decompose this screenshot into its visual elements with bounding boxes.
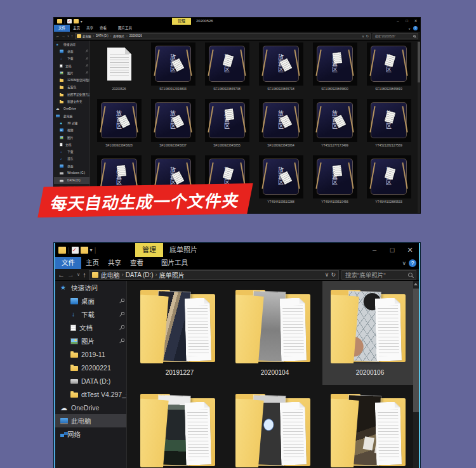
file-item[interactable]: 放置区YT4544109510288 bbox=[254, 155, 308, 212]
folder-item[interactable] bbox=[227, 385, 322, 468]
sidebar-item[interactable]: OneDrive bbox=[54, 105, 89, 112]
ribbon-tab[interactable]: 图片工具 bbox=[115, 25, 135, 32]
file-item[interactable]: 放置区SF1080923845828 bbox=[92, 99, 146, 155]
sidebar-item[interactable]: 下载 bbox=[54, 148, 89, 155]
file-item[interactable]: 放置区SF1080923845864 bbox=[254, 99, 308, 155]
forward-button[interactable]: → bbox=[67, 271, 74, 278]
breadcrumb-segment[interactable]: DATA (D:) bbox=[126, 271, 154, 278]
file-item[interactable]: 放置区SF1080923845855 bbox=[200, 99, 254, 155]
sidebar-item[interactable]: 快速访问 bbox=[55, 281, 126, 294]
photo-check-icon[interactable] bbox=[67, 19, 72, 23]
sidebar-item[interactable]: 此电脑 bbox=[54, 112, 89, 119]
maximize-button[interactable]: □ bbox=[383, 243, 401, 257]
sidebar-item[interactable]: 拍照不足处理方法 bbox=[54, 91, 89, 98]
folder-icon[interactable] bbox=[58, 247, 66, 254]
folder-item[interactable]: 20200106 bbox=[322, 281, 418, 385]
manage-contextual-tab[interactable]: 管理 bbox=[172, 18, 191, 25]
minimize-button[interactable]: – bbox=[393, 18, 402, 25]
sidebar-item[interactable]: 快速访问 bbox=[54, 41, 89, 48]
sidebar-item[interactable]: 3D 对象 bbox=[54, 119, 89, 126]
chevron-down-icon[interactable]: ▾ bbox=[90, 247, 93, 253]
sidebar-item[interactable]: 文档 bbox=[54, 62, 89, 69]
ribbon-tab[interactable]: 文件 bbox=[54, 25, 70, 32]
recent-locations-icon[interactable]: ∨ bbox=[77, 272, 80, 277]
forward-button[interactable]: → bbox=[62, 34, 65, 38]
sidebar-item[interactable]: 2019-11 bbox=[55, 348, 126, 361]
folder-item[interactable] bbox=[322, 385, 418, 468]
file-item[interactable]: 放置区SF1080923845837 bbox=[146, 99, 200, 155]
sidebar-item[interactable]: 文档 bbox=[54, 141, 89, 148]
recent-locations-icon[interactable]: ∨ bbox=[67, 34, 69, 37]
breadcrumb[interactable]: 此电脑›DATA (D:)›底单照片›20200526 ∨ ↻ bbox=[75, 33, 371, 39]
scrollbar[interactable] bbox=[418, 41, 420, 213]
scroll-up-icon[interactable] bbox=[414, 283, 418, 285]
ribbon-tab[interactable]: 文件 bbox=[55, 257, 81, 269]
folder-icon[interactable] bbox=[81, 247, 88, 254]
ribbon-tab[interactable]: 共享 bbox=[103, 257, 126, 269]
minimize-button[interactable]: – bbox=[366, 243, 383, 257]
sidebar-item[interactable]: 视频 bbox=[54, 127, 89, 134]
sidebar-item[interactable]: 文档 bbox=[55, 321, 126, 334]
back-button[interactable]: ← bbox=[58, 271, 65, 278]
sidebar-item[interactable]: 桌面 bbox=[54, 162, 89, 169]
file-item[interactable]: 放置区SF1080923845800 bbox=[308, 42, 362, 99]
folder-item[interactable]: 20200104 bbox=[227, 281, 322, 385]
refresh-icon[interactable]: ↻ bbox=[366, 34, 369, 38]
sidebar-item[interactable]: 图片 bbox=[55, 334, 126, 348]
breadcrumb[interactable]: 此电脑›DATA (D:)›底单照片 ∨ ↻ bbox=[89, 270, 339, 280]
folder-item[interactable] bbox=[132, 385, 227, 468]
maximize-button[interactable]: □ bbox=[402, 18, 411, 25]
ribbon-tab[interactable]: 查看 bbox=[126, 257, 148, 269]
folder-item[interactable]: 20191227 bbox=[132, 281, 227, 385]
sidebar-item[interactable]: 下载 bbox=[55, 308, 126, 321]
sidebar-item[interactable]: 图片 bbox=[54, 134, 89, 141]
breadcrumb-segment[interactable]: 底单照片 bbox=[113, 34, 124, 38]
ribbon-tab[interactable]: 查看 bbox=[96, 25, 110, 32]
ribbon-tab[interactable]: 主页 bbox=[81, 257, 103, 269]
scrollbar-thumb[interactable] bbox=[413, 289, 419, 412]
refresh-icon[interactable]: ↻ bbox=[331, 271, 336, 278]
breadcrumb-segment[interactable]: 此电脑 bbox=[83, 34, 91, 38]
up-button[interactable]: ↑ bbox=[83, 271, 86, 278]
ribbon-collapse-icon[interactable]: ∨ bbox=[408, 27, 411, 30]
search-input[interactable]: 搜索"20200526" bbox=[373, 33, 418, 39]
manage-contextual-tab[interactable]: 管理 bbox=[135, 243, 163, 257]
sidebar-item[interactable]: 音乐 bbox=[54, 155, 89, 162]
breadcrumb-segment[interactable]: 底单照片 bbox=[159, 270, 185, 280]
sidebar-item[interactable]: OneDrive bbox=[55, 401, 126, 414]
file-item[interactable]: 放置区SF1080912393833 bbox=[146, 42, 200, 99]
help-icon[interactable]: ? bbox=[413, 26, 418, 30]
sidebar-item[interactable]: dtTest V4.297_无... bbox=[55, 387, 126, 401]
help-icon[interactable]: ? bbox=[409, 259, 416, 267]
file-item[interactable]: 放置区YT4521277173499 bbox=[308, 99, 362, 155]
folder-icon[interactable] bbox=[57, 19, 62, 23]
sidebar-item[interactable]: 1230M新空间程序 bbox=[54, 76, 89, 83]
file-item[interactable]: 放置区YT4544102889533 bbox=[362, 155, 416, 212]
ribbon-tab[interactable]: 共享 bbox=[83, 25, 96, 32]
file-item[interactable]: 放置区YT4544109510456 bbox=[308, 155, 362, 212]
sidebar-item[interactable]: 桌面 bbox=[54, 48, 89, 55]
up-button[interactable]: ↑ bbox=[71, 34, 73, 38]
file-item[interactable]: 放置区SF1080923845718 bbox=[254, 42, 308, 99]
photo-check-icon[interactable] bbox=[72, 247, 79, 254]
close-button[interactable]: ✕ bbox=[411, 18, 420, 25]
sidebar-item[interactable]: 图片 bbox=[54, 69, 89, 76]
sidebar-item[interactable]: Windows (C:) bbox=[54, 169, 89, 176]
sidebar-item[interactable]: 下载 bbox=[54, 55, 89, 62]
sidebar-item[interactable]: 20200221 bbox=[55, 361, 126, 374]
close-button[interactable]: ✕ bbox=[401, 243, 419, 257]
ribbon-tab[interactable]: 主页 bbox=[70, 25, 83, 32]
breadcrumb-segment[interactable]: 20200526 bbox=[129, 34, 142, 37]
sidebar-item[interactable]: 网络 bbox=[55, 427, 126, 441]
ribbon-collapse-icon[interactable]: ∨ bbox=[402, 260, 406, 266]
sidebar-item[interactable]: DATA (D:) bbox=[54, 177, 89, 184]
sidebar-item[interactable]: 桌面 bbox=[55, 294, 126, 308]
back-button[interactable]: ← bbox=[56, 34, 60, 38]
sidebar-item[interactable]: 此电脑 bbox=[55, 414, 126, 427]
sidebar-item[interactable]: 安装包 bbox=[54, 84, 89, 91]
file-item[interactable]: 放置区SF1080923845819 bbox=[362, 42, 416, 99]
chevron-down-icon[interactable]: ▾ bbox=[81, 19, 83, 23]
ribbon-tab[interactable]: 图片工具 bbox=[157, 257, 192, 269]
file-item[interactable]: 20200526 bbox=[92, 42, 146, 99]
address-dropdown-icon[interactable]: ∨ bbox=[325, 271, 329, 278]
